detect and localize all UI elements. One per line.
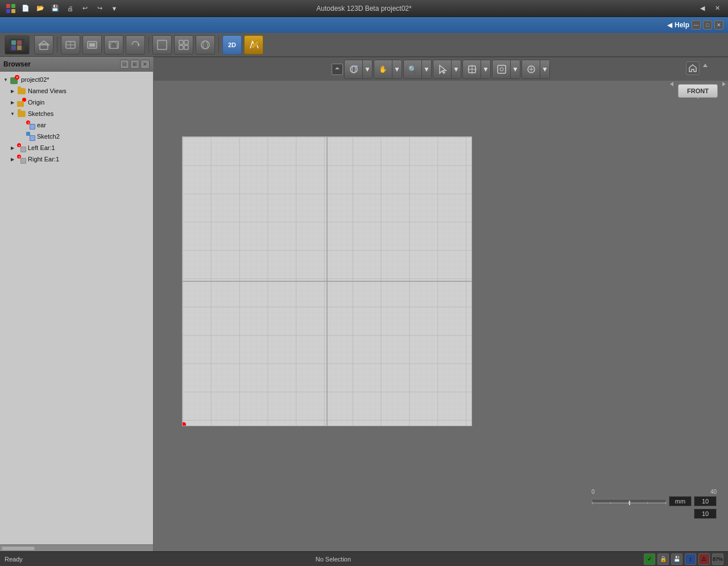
transform-dropdown[interactable]: ▼ — [481, 60, 490, 78]
status-save-icon[interactable]: 💾 — [671, 553, 682, 565]
status-sync-icon[interactable]: ↕ — [685, 553, 696, 565]
orbit-tool-group: ▼ — [344, 60, 373, 79]
ruler-bar[interactable] — [592, 499, 667, 503]
titlebar-close[interactable]: ✕ — [714, 20, 723, 30]
viewport-area[interactable]: FRONT — [154, 57, 728, 551]
browser-scrollbar[interactable] — [0, 544, 153, 551]
nav-left-button[interactable] — [668, 80, 677, 89]
help-label[interactable]: Help — [675, 21, 689, 29]
orbit-tool-button[interactable] — [345, 60, 363, 78]
status-zoom-icon[interactable]: 87% — [712, 553, 723, 565]
tree-item-left-ear[interactable]: ▶ ✕ Left Ear:1 — [0, 142, 153, 153]
redo-button[interactable]: ↪ — [93, 2, 106, 15]
grid-canvas[interactable] — [182, 136, 472, 426]
browser-panel: Browser ⊟ ⊞ ✕ ▼ ✕ — [0, 57, 154, 551]
tree-item-right-ear[interactable]: ▶ ✕ Right Ear:1 — [0, 153, 153, 165]
save-button[interactable]: 💾 — [49, 2, 61, 15]
orbit-view-button[interactable] — [61, 35, 80, 55]
toolbar: 2D — [0, 33, 728, 57]
measure-dropdown[interactable]: ▼ — [540, 60, 549, 78]
display-style-button[interactable] — [196, 35, 215, 55]
tree-item-named-views[interactable]: ▶ Named Views — [0, 85, 153, 97]
view-cube-front[interactable]: FRONT — [678, 84, 718, 98]
svg-rect-51 — [498, 65, 506, 73]
pan-dropdown[interactable]: ▼ — [392, 60, 402, 78]
tree-item-ear[interactable]: ▶ ✕ ear — [0, 119, 153, 131]
titlebar-minimize[interactable]: — — [692, 20, 701, 30]
left-ear-label: Left Ear:1 — [28, 144, 55, 151]
orbit-dropdown[interactable]: ▼ — [363, 60, 372, 78]
measure-tool-button[interactable] — [522, 60, 540, 78]
toolbar-sep-2 — [148, 37, 149, 53]
open-button[interactable]: 📂 — [34, 2, 47, 15]
ruler-unit-box[interactable]: mm — [669, 496, 692, 506]
ear-icon: ✕ — [26, 120, 35, 130]
status-lock-icon[interactable]: 🔒 — [657, 553, 669, 565]
2d-view-button[interactable]: 2D — [222, 35, 242, 55]
quad-view-button[interactable] — [174, 35, 193, 55]
nav-right-button[interactable] — [719, 80, 728, 89]
help-arrow-left[interactable]: ◀ — [667, 21, 672, 29]
scrollbar-thumb[interactable] — [1, 546, 35, 551]
svg-marker-29 — [670, 82, 673, 86]
display-tool-group: ▼ — [492, 60, 520, 79]
toolbar-expand-button[interactable] — [332, 64, 343, 75]
browser-close-button[interactable]: ✕ — [140, 60, 150, 69]
options-button[interactable]: ▼ — [108, 2, 121, 15]
svg-marker-43 — [335, 67, 340, 69]
print-button[interactable]: 🖨 — [64, 2, 76, 15]
select-dropdown[interactable]: ▼ — [452, 60, 461, 78]
zoom-tool-button[interactable]: 🔍 — [404, 60, 422, 78]
titlebar-title: Autodesk 123D Beta project02* — [316, 5, 411, 13]
ruler-row-2: 10 — [592, 509, 717, 519]
front-view-button[interactable] — [82, 35, 102, 55]
undo-button[interactable]: ↩ — [78, 2, 91, 15]
title-text: Autodesk 123D Beta project02* — [316, 5, 411, 13]
origin-icon — [17, 98, 26, 107]
titlebar-maximize[interactable]: □ — [703, 20, 712, 30]
single-view-button[interactable] — [152, 35, 172, 55]
display-dropdown[interactable]: ▼ — [511, 60, 520, 78]
browser-title: Browser — [3, 60, 31, 68]
tree-item-sketch2[interactable]: ▶ Sketch2 — [0, 131, 153, 142]
tree-item-project[interactable]: ▼ ✕ project02* — [0, 74, 153, 85]
sketch2-icon — [26, 132, 35, 141]
transform-tool-button[interactable] — [463, 60, 481, 78]
select-tool-button[interactable] — [433, 60, 452, 78]
nav-up-button[interactable] — [701, 61, 710, 70]
sketch-button[interactable] — [244, 35, 263, 55]
svg-point-24 — [201, 41, 209, 49]
help-arrow-button[interactable]: ◀ — [696, 2, 709, 15]
3d-home-view-button[interactable] — [34, 35, 53, 55]
tree-item-sketches[interactable]: ▼ Sketches — [0, 108, 153, 119]
titlebar: 📄 📂 💾 🖨 ↩ ↪ ▼ Autodesk 123D Beta project… — [0, 0, 728, 17]
svg-rect-22 — [179, 45, 183, 49]
svg-marker-47 — [440, 65, 446, 73]
statusbar-selection: No Selection — [316, 556, 351, 563]
display-tool-button[interactable] — [493, 60, 511, 78]
zoom-tool-group: 🔍 ▼ — [403, 60, 432, 79]
tree-item-origin[interactable]: ▶ Origin — [0, 97, 153, 108]
new-button[interactable]: 📄 — [19, 2, 32, 15]
browser-expand-all-button[interactable]: ⊞ — [130, 60, 139, 69]
rotate-view-button[interactable] — [126, 35, 145, 55]
app-menu-button[interactable] — [5, 2, 17, 15]
ruler-coord-box[interactable]: 10 — [694, 509, 717, 519]
origin-label: Origin — [28, 99, 44, 106]
status-error-icon[interactable]: ⚠ — [698, 553, 710, 565]
svg-marker-30 — [722, 82, 726, 86]
svg-point-45 — [352, 66, 355, 73]
sketch2-label: Sketch2 — [37, 133, 60, 140]
close-panel-button[interactable]: ✕ — [711, 2, 723, 15]
back-view-button[interactable] — [104, 35, 123, 55]
nav-home-button[interactable] — [686, 61, 700, 75]
pan-tool-button[interactable]: ✋ — [374, 60, 392, 78]
ruler-value-box[interactable]: 10 — [694, 496, 717, 506]
status-check-icon[interactable]: ✓ — [644, 553, 655, 565]
ruler-unit: mm — [675, 498, 685, 505]
zoom-dropdown[interactable]: ▼ — [422, 60, 431, 78]
svg-marker-27 — [689, 65, 696, 72]
svg-rect-23 — [184, 45, 188, 49]
ruler-value: 10 — [702, 498, 709, 505]
browser-collapse-all-button[interactable]: ⊟ — [120, 60, 129, 69]
